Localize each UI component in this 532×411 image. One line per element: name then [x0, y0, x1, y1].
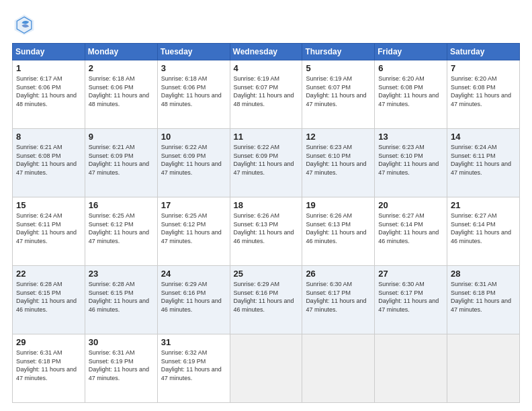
- day-number: 7: [451, 63, 516, 73]
- table-row: 17Sunrise: 6:25 AMSunset: 6:12 PMDayligh…: [157, 197, 230, 266]
- logo-icon: [12, 12, 36, 36]
- day-number: 27: [378, 269, 443, 279]
- day-number: 20: [378, 200, 443, 210]
- day-info: Sunrise: 6:25 AMSunset: 6:12 PMDaylight:…: [89, 212, 154, 245]
- day-number: 2: [89, 63, 154, 73]
- day-info: Sunrise: 6:18 AMSunset: 6:06 PMDaylight:…: [161, 75, 226, 108]
- table-row: 13Sunrise: 6:23 AMSunset: 6:10 PMDayligh…: [375, 129, 447, 197]
- table-row: 3Sunrise: 6:18 AMSunset: 6:06 PMDaylight…: [157, 60, 230, 129]
- day-info: Sunrise: 6:31 AMSunset: 6:18 PMDaylight:…: [451, 280, 516, 314]
- calendar-table: Sunday Monday Tuesday Wednesday Thursday…: [12, 43, 520, 403]
- table-row: [230, 334, 302, 403]
- table-row: 21Sunrise: 6:27 AMSunset: 6:14 PMDayligh…: [447, 197, 520, 266]
- day-number: 5: [306, 63, 371, 73]
- day-number: 17: [161, 200, 226, 210]
- day-number: 30: [89, 337, 154, 347]
- day-number: 6: [378, 63, 443, 73]
- day-number: 3: [161, 63, 226, 73]
- day-info: Sunrise: 6:18 AMSunset: 6:06 PMDaylight:…: [89, 75, 154, 108]
- day-info: Sunrise: 6:20 AMSunset: 6:08 PMDaylight:…: [451, 75, 516, 108]
- table-row: [447, 334, 520, 403]
- day-number: 21: [451, 200, 516, 210]
- day-info: Sunrise: 6:23 AMSunset: 6:10 PMDaylight:…: [306, 143, 371, 177]
- calendar-week-row: 1Sunrise: 6:17 AMSunset: 6:06 PMDaylight…: [13, 60, 520, 129]
- table-row: 22Sunrise: 6:28 AMSunset: 6:15 PMDayligh…: [13, 266, 85, 334]
- day-info: Sunrise: 6:22 AMSunset: 6:09 PMDaylight:…: [234, 143, 299, 177]
- day-info: Sunrise: 6:31 AMSunset: 6:18 PMDaylight:…: [16, 349, 81, 382]
- table-row: 8Sunrise: 6:21 AMSunset: 6:08 PMDaylight…: [13, 129, 85, 197]
- table-row: 19Sunrise: 6:26 AMSunset: 6:13 PMDayligh…: [302, 197, 375, 266]
- day-info: Sunrise: 6:24 AMSunset: 6:11 PMDaylight:…: [16, 212, 81, 245]
- day-number: 31: [161, 337, 226, 347]
- table-row: [375, 334, 447, 403]
- day-number: 9: [89, 132, 154, 142]
- day-info: Sunrise: 6:19 AMSunset: 6:07 PMDaylight:…: [306, 75, 371, 108]
- day-info: Sunrise: 6:25 AMSunset: 6:12 PMDaylight:…: [161, 212, 226, 245]
- day-number: 11: [234, 132, 299, 142]
- table-row: 10Sunrise: 6:22 AMSunset: 6:09 PMDayligh…: [157, 129, 230, 197]
- table-row: 11Sunrise: 6:22 AMSunset: 6:09 PMDayligh…: [230, 129, 302, 197]
- day-info: Sunrise: 6:30 AMSunset: 6:17 PMDaylight:…: [306, 280, 371, 314]
- day-info: Sunrise: 6:32 AMSunset: 6:19 PMDaylight:…: [161, 349, 226, 382]
- day-number: 14: [451, 132, 516, 142]
- table-row: 31Sunrise: 6:32 AMSunset: 6:19 PMDayligh…: [157, 334, 230, 403]
- day-info: Sunrise: 6:21 AMSunset: 6:08 PMDaylight:…: [16, 143, 81, 177]
- calendar-week-row: 15Sunrise: 6:24 AMSunset: 6:11 PMDayligh…: [13, 197, 520, 266]
- day-info: Sunrise: 6:19 AMSunset: 6:07 PMDaylight:…: [234, 75, 299, 108]
- table-row: 6Sunrise: 6:20 AMSunset: 6:08 PMDaylight…: [375, 60, 447, 129]
- day-number: 16: [89, 200, 154, 210]
- day-number: 8: [16, 132, 81, 142]
- col-saturday: Saturday: [447, 44, 520, 60]
- day-info: Sunrise: 6:31 AMSunset: 6:19 PMDaylight:…: [89, 349, 154, 382]
- table-row: 20Sunrise: 6:27 AMSunset: 6:14 PMDayligh…: [375, 197, 447, 266]
- day-info: Sunrise: 6:29 AMSunset: 6:16 PMDaylight:…: [234, 280, 299, 314]
- day-number: 24: [161, 269, 226, 279]
- day-number: 12: [306, 132, 371, 142]
- day-info: Sunrise: 6:27 AMSunset: 6:14 PMDaylight:…: [378, 212, 443, 245]
- day-info: Sunrise: 6:26 AMSunset: 6:13 PMDaylight:…: [234, 212, 299, 245]
- day-number: 4: [234, 63, 299, 73]
- table-row: 25Sunrise: 6:29 AMSunset: 6:16 PMDayligh…: [230, 266, 302, 334]
- logo: [12, 12, 40, 36]
- table-row: 18Sunrise: 6:26 AMSunset: 6:13 PMDayligh…: [230, 197, 302, 266]
- table-row: 5Sunrise: 6:19 AMSunset: 6:07 PMDaylight…: [302, 60, 375, 129]
- day-info: Sunrise: 6:28 AMSunset: 6:15 PMDaylight:…: [89, 280, 154, 314]
- table-row: [302, 334, 375, 403]
- page: Sunday Monday Tuesday Wednesday Thursday…: [0, 0, 532, 411]
- day-info: Sunrise: 6:22 AMSunset: 6:09 PMDaylight:…: [161, 143, 226, 177]
- calendar-header-row: Sunday Monday Tuesday Wednesday Thursday…: [13, 44, 520, 60]
- table-row: 24Sunrise: 6:29 AMSunset: 6:16 PMDayligh…: [157, 266, 230, 334]
- table-row: 30Sunrise: 6:31 AMSunset: 6:19 PMDayligh…: [85, 334, 157, 403]
- day-number: 26: [306, 269, 371, 279]
- day-info: Sunrise: 6:17 AMSunset: 6:06 PMDaylight:…: [16, 75, 81, 108]
- day-number: 18: [234, 200, 299, 210]
- table-row: 27Sunrise: 6:30 AMSunset: 6:17 PMDayligh…: [375, 266, 447, 334]
- table-row: 4Sunrise: 6:19 AMSunset: 6:07 PMDaylight…: [230, 60, 302, 129]
- col-friday: Friday: [375, 44, 447, 60]
- day-number: 23: [89, 269, 154, 279]
- day-info: Sunrise: 6:30 AMSunset: 6:17 PMDaylight:…: [378, 280, 443, 314]
- table-row: 12Sunrise: 6:23 AMSunset: 6:10 PMDayligh…: [302, 129, 375, 197]
- day-number: 15: [16, 200, 81, 210]
- day-number: 19: [306, 200, 371, 210]
- day-info: Sunrise: 6:23 AMSunset: 6:10 PMDaylight:…: [378, 143, 443, 177]
- day-info: Sunrise: 6:29 AMSunset: 6:16 PMDaylight:…: [161, 280, 226, 314]
- day-number: 28: [451, 269, 516, 279]
- table-row: 28Sunrise: 6:31 AMSunset: 6:18 PMDayligh…: [447, 266, 520, 334]
- col-wednesday: Wednesday: [230, 44, 302, 60]
- table-row: 29Sunrise: 6:31 AMSunset: 6:18 PMDayligh…: [13, 334, 85, 403]
- day-number: 13: [378, 132, 443, 142]
- table-row: 15Sunrise: 6:24 AMSunset: 6:11 PMDayligh…: [13, 197, 85, 266]
- day-info: Sunrise: 6:21 AMSunset: 6:09 PMDaylight:…: [89, 143, 154, 177]
- table-row: 14Sunrise: 6:24 AMSunset: 6:11 PMDayligh…: [447, 129, 520, 197]
- table-row: 26Sunrise: 6:30 AMSunset: 6:17 PMDayligh…: [302, 266, 375, 334]
- day-info: Sunrise: 6:20 AMSunset: 6:08 PMDaylight:…: [378, 75, 443, 108]
- table-row: 2Sunrise: 6:18 AMSunset: 6:06 PMDaylight…: [85, 60, 157, 129]
- day-number: 29: [16, 337, 81, 347]
- calendar-week-row: 22Sunrise: 6:28 AMSunset: 6:15 PMDayligh…: [13, 266, 520, 334]
- day-number: 10: [161, 132, 226, 142]
- day-info: Sunrise: 6:26 AMSunset: 6:13 PMDaylight:…: [306, 212, 371, 245]
- header: [12, 12, 520, 36]
- day-info: Sunrise: 6:28 AMSunset: 6:15 PMDaylight:…: [16, 280, 81, 314]
- day-number: 1: [16, 63, 81, 73]
